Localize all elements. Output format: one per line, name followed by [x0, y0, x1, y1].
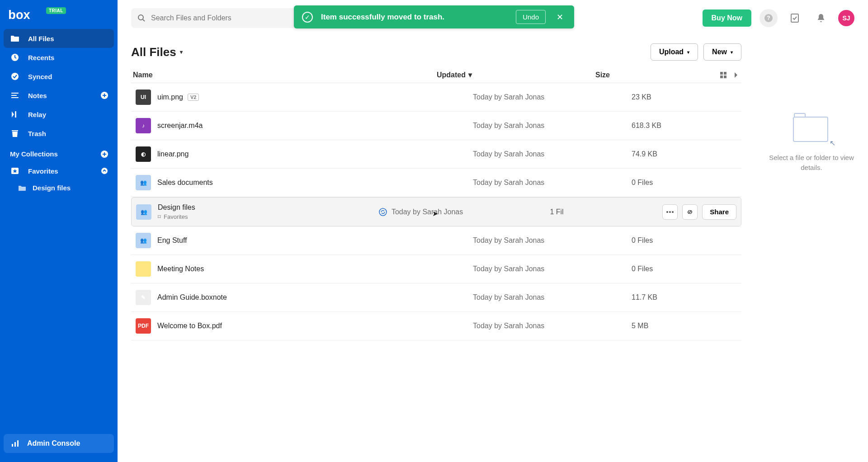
- details-hint: Select a file or folder to view details.: [766, 153, 857, 173]
- grid-view-icon[interactable]: [720, 71, 727, 79]
- nav-trash[interactable]: Trash: [4, 124, 114, 143]
- sidebar: box TRIAL All Files Recents Synced Notes: [0, 0, 118, 462]
- bars-icon: [11, 439, 20, 448]
- nav-favorites[interactable]: Favorites: [4, 161, 114, 180]
- col-size[interactable]: Size: [595, 71, 705, 79]
- admin-console-button[interactable]: Admin Console: [4, 434, 114, 453]
- updated-cell: Today by Sarah Jonas: [473, 122, 632, 130]
- collections-label: My Collections: [10, 150, 58, 158]
- table-row[interactable]: 👥 Design files ⌑Favorites Today by Sarah…: [131, 197, 741, 226]
- updated-cell: Today by Sarah Jonas: [473, 93, 632, 101]
- nav-label: Favorites: [28, 167, 58, 175]
- clock-icon: [10, 52, 20, 62]
- updated-cell: Today by Sarah Jonas: [473, 265, 632, 273]
- size-cell: 5 MB: [632, 322, 741, 330]
- nav-notes[interactable]: Notes: [4, 86, 114, 105]
- table-header: Name Updated ▾ Size: [131, 67, 741, 83]
- table-row[interactable]: PDF Welcome to Box.pdf Today by Sarah Jo…: [131, 312, 741, 340]
- nav-all-files[interactable]: All Files: [4, 29, 114, 48]
- folder-small-icon: [18, 185, 26, 191]
- collections-header: My Collections: [4, 143, 114, 161]
- new-label: New: [712, 48, 727, 56]
- svg-point-25: [672, 211, 674, 213]
- table-row[interactable]: ♪ screenjar.m4a Today by Sarah Jonas 618…: [131, 112, 741, 140]
- undo-button[interactable]: Undo: [516, 10, 546, 24]
- nav-relay[interactable]: Relay: [4, 105, 114, 124]
- nav-synced[interactable]: Synced: [4, 67, 114, 86]
- add-note-icon[interactable]: [100, 91, 108, 99]
- toast: ✓ Item successfully moved to trash. Undo…: [294, 5, 574, 28]
- add-collection-icon[interactable]: [100, 150, 108, 158]
- svg-point-23: [666, 211, 668, 213]
- svg-rect-7: [12, 444, 13, 447]
- table-row[interactable]: ✎ Admin Guide.boxnote Today by Sarah Jon…: [131, 283, 741, 312]
- file-name: Eng Stuff: [157, 236, 473, 245]
- share-button[interactable]: Share: [702, 204, 736, 220]
- table-row[interactable]: 👥 Eng Stuff Today by Sarah Jonas 0 Files: [131, 226, 741, 255]
- updated-cell: Today by Sarah Jonas: [473, 236, 632, 245]
- size-cell: 0 Files: [632, 265, 741, 273]
- chevron-down-icon: ▾: [731, 50, 733, 55]
- nav-label: All Files: [28, 35, 54, 42]
- file-type-icon: ◐: [136, 146, 151, 162]
- more-options-icon[interactable]: [662, 204, 678, 220]
- avatar[interactable]: SJ: [838, 10, 854, 26]
- logo[interactable]: box TRIAL: [4, 6, 114, 29]
- svg-rect-19: [724, 72, 726, 75]
- nav-recents[interactable]: Recents: [4, 48, 114, 67]
- col-name[interactable]: Name: [131, 71, 437, 79]
- check-circle-icon: [10, 71, 20, 81]
- help-icon[interactable]: ?: [760, 9, 778, 27]
- folder-icon: [10, 33, 20, 43]
- bell-icon[interactable]: [812, 9, 830, 27]
- new-button[interactable]: New ▾: [703, 43, 741, 61]
- close-toast-icon[interactable]: ✕: [554, 10, 566, 24]
- table-row[interactable]: Meeting Notes Today by Sarah Jonas 0 Fil…: [131, 255, 741, 283]
- version-badge: V2: [188, 94, 199, 101]
- size-cell: 618.3 KB: [632, 122, 741, 130]
- nav-label: Synced: [28, 73, 52, 80]
- chevron-down-icon: ▾: [180, 49, 183, 55]
- synced-icon: [379, 208, 387, 216]
- upload-button[interactable]: Upload ▾: [651, 43, 698, 61]
- favorite-item-design-files[interactable]: Design files: [4, 180, 114, 195]
- link-icon[interactable]: [682, 204, 698, 220]
- svg-rect-20: [720, 75, 723, 78]
- search-icon: [137, 14, 146, 22]
- col-updated[interactable]: Updated ▾: [437, 71, 595, 79]
- svg-text:?: ?: [767, 15, 770, 21]
- file-name: Welcome to Box.pdf: [157, 322, 473, 330]
- table-row[interactable]: UI uim.pngV2 Today by Sarah Jonas 23 KB: [131, 83, 741, 112]
- row-actions: Share: [660, 204, 741, 220]
- svg-point-24: [669, 211, 671, 213]
- admin-console-label: Admin Console: [27, 439, 80, 448]
- table-row[interactable]: ◐ linear.png Today by Sarah Jonas 74.9 K…: [131, 140, 741, 169]
- nav-label: Relay: [28, 111, 46, 118]
- chevron-up-icon[interactable]: [100, 167, 108, 175]
- svg-text:box: box: [8, 8, 30, 22]
- svg-rect-17: [791, 14, 798, 22]
- details-toggle-icon[interactable]: [733, 71, 739, 79]
- updated-cell: Today by Sarah Jonas: [473, 179, 632, 187]
- file-area: All Files ▾ Upload ▾ New ▾ Name: [118, 32, 755, 462]
- svg-point-2: [11, 73, 19, 80]
- size-cell: 11.7 KB: [632, 293, 741, 302]
- nav-label: Notes: [28, 92, 47, 99]
- file-type-icon: UI: [136, 90, 151, 105]
- svg-rect-8: [14, 442, 16, 447]
- buy-now-button[interactable]: Buy Now: [703, 9, 751, 27]
- file-name: uim.pngV2: [157, 93, 473, 101]
- upload-label: Upload: [659, 48, 684, 56]
- updated-cell: Today by Sarah Jonas: [473, 322, 632, 330]
- tasks-icon[interactable]: [786, 9, 804, 27]
- nav-label: Recents: [28, 54, 54, 61]
- notes-icon: [10, 90, 20, 100]
- sort-down-icon: ▾: [468, 71, 472, 79]
- table-row[interactable]: 👥 Sales documents Today by Sarah Jonas 0…: [131, 169, 741, 197]
- svg-rect-9: [17, 440, 19, 447]
- folder-select-illustration: ↖: [791, 113, 832, 145]
- file-name: Admin Guide.boxnote: [157, 293, 473, 302]
- size-cell: 23 KB: [632, 93, 741, 101]
- file-type-icon: ♪: [136, 118, 151, 133]
- page-title[interactable]: All Files ▾: [131, 45, 183, 59]
